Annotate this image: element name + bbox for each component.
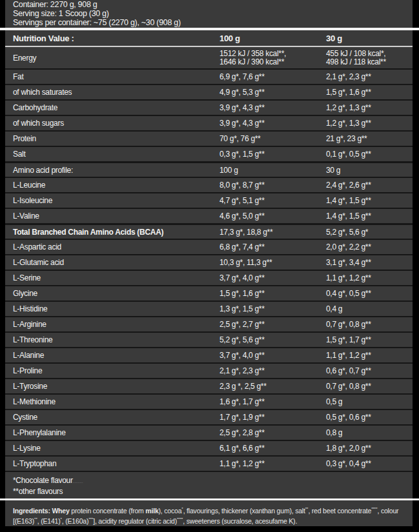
table-row: L-Methionine 1,6 g*, 1,7 g** 0,5 g	[5, 393, 413, 409]
row-label: L-Methionine	[5, 397, 220, 406]
row-label: L-Phenylalanine	[5, 428, 220, 437]
table-row: L-Leucine 8,0 g*, 8,7 g** 2,4 g*, 2,6 g*…	[5, 177, 413, 192]
row-value-30g: 1,4 g*, 1,5 g**	[326, 196, 413, 205]
table-row: Carbohydrate 3,9 g*, 4,3 g** 1,2 g*, 1,3…	[5, 99, 413, 115]
row-value-30g: 30 g	[326, 166, 413, 175]
row-value-30g: 1,2 g*, 1,3 g**	[326, 119, 413, 128]
table-row: L-Arginine 2,5 g*, 2,7 g** 0,7 g*, 0,8 g…	[5, 316, 413, 331]
table-row: L-Lysine 6,1 g*, 6,6 g** 1,8 g*, 2,0 g**	[5, 440, 413, 455]
row-value-30g: 0,5 g	[326, 397, 413, 406]
row-value-30g: 21 g*, 23 g**	[326, 134, 413, 143]
row-value-100g: 1512 kJ / 358 kcal**, 1646 kJ / 390 kcal…	[220, 50, 326, 66]
row-label: Protein	[5, 134, 220, 143]
ingredients-superscript: ****	[177, 517, 183, 521]
row-value-100g: 17,3 g*, 18,8 g**	[220, 228, 326, 237]
row-label: L-Valine	[5, 212, 220, 221]
row-label: L-Alanine	[5, 351, 220, 360]
table-row: L-Isoleucine 4,7 g*, 5,1 g** 1,4 g*, 1,5…	[5, 192, 413, 208]
row-value-30g: 5,2 g*, 5,6 g*	[326, 228, 413, 237]
row-value-100g: 4,6 g*, 5,0 g**	[220, 212, 326, 221]
row-value-100g: 70 g*, 76 g**	[220, 134, 326, 143]
row-label: L-Proline	[5, 366, 220, 375]
row-value-30g: 3,1 g*, 3,4 g**	[326, 258, 413, 267]
ingredients-text: , (E141)	[37, 517, 61, 524]
row-value-30g: 0,6 g*, 0,7 g**	[326, 366, 413, 375]
row-value-100g: 3,7 g*, 4,0 g**	[220, 273, 326, 282]
row-value-30g: 1,8 g*, 2,0 g**	[326, 444, 413, 453]
ingredients-text: ), cocoa	[159, 507, 182, 515]
ingredients-text: , (E160a)	[62, 517, 88, 524]
table-row: L-Valine 4,6 g*, 5,0 g** 1,4 g*, 1,5 g**	[5, 208, 413, 223]
row-value-100g: 3,9 g*, 4,3 g**	[220, 119, 326, 128]
table-row: L-Glutamic acid 10,3 g*, 11,3 g** 3,1 g*…	[5, 254, 413, 270]
table-header-col-100g: 100 g	[220, 34, 326, 43]
row-label: L-Tryptophan	[5, 459, 220, 468]
row-label: Glycine	[5, 289, 220, 298]
row-value-30g: 455 kJ / 108 kcal*, 498 kJ / 118 kcal**	[326, 50, 413, 66]
ingredients-label: Ingredients: Whey	[13, 507, 70, 515]
row-value-100g: 3,7 g*, 4,0 g**	[220, 351, 326, 360]
table-row: L-Serine 3,7 g*, 4,0 g** 1,1 g*, 1,2 g**	[5, 270, 413, 285]
product-info-header: Container: 2270 g, 908 g Serving size: 1…	[5, 0, 413, 28]
row-label: Energy	[5, 54, 220, 63]
table-row: Fat 6,9 g*, 7,6 g** 2,1 g*, 2,3 g**	[5, 68, 413, 84]
table-row: Cystine 1,7 g*, 1,9 g** 0,5 g*, 0,6 g**	[5, 409, 413, 424]
row-value-100g: 6,9 g*, 7,6 g**	[220, 72, 326, 81]
row-value-100g: 1,3 g*, 1,5 g**	[220, 304, 326, 313]
row-value-100g: 2,5 g*, 2,7 g**	[220, 320, 326, 329]
ingredients-text: protein concentrate (from	[70, 507, 146, 515]
table-row: Energy 1512 kJ / 358 kcal**, 1646 kJ / 3…	[5, 47, 413, 68]
table-row: Amino acid profile: 100 g 30 g	[5, 161, 413, 177]
row-label: L-Lysine	[5, 444, 220, 453]
table-header-title: Nutrition Value :	[5, 34, 220, 43]
servings-per-container-text: Servings per container: ~75 (2270 g), ~3…	[13, 18, 413, 27]
ingredients-milk: milk	[145, 507, 158, 515]
table-row: L-Alanine 3,7 g*, 4,0 g** 1,1 g*, 1,2 g*…	[5, 347, 413, 362]
ingredients-text: ], acidity regulator (citric acid)	[93, 517, 177, 524]
footnote-micro-note: ..........	[73, 480, 83, 484]
table-header-col-30g: 30 g	[326, 34, 413, 43]
row-label: L-Serine	[5, 273, 220, 282]
row-value-100g: 1,5 g*, 1,6 g**	[220, 289, 326, 298]
table-row: Glycine 1,5 g*, 1,6 g** 0,4 g*, 0,5 g**	[5, 285, 413, 300]
table-row: of which sugars 3,9 g*, 4,3 g** 1,2 g*, …	[5, 115, 413, 130]
row-value-100g: 100 g	[220, 166, 326, 175]
row-value-100g: 10,3 g*, 11,3 g**	[220, 258, 326, 267]
row-label: L-Aspartic acid	[5, 242, 220, 251]
row-value-30g: 1,5 g*, 1,7 g**	[326, 335, 413, 344]
row-label: L-Leucine	[5, 181, 220, 190]
row-value-30g: 0,7 g*, 0,8 g**	[326, 382, 413, 391]
row-value-100g: 4,9 g*, 5,3 g**	[220, 88, 326, 97]
table-row: L-Phenylalanine 2,5 g*, 2,8 g** 0,8 g	[5, 424, 413, 440]
row-label: Salt	[5, 150, 220, 159]
row-label: L-Glutamic acid	[5, 258, 220, 267]
row-value-30g: 0,1 g*, 0,5 g**	[326, 150, 413, 159]
row-value-30g: 1,2 g*, 1,3 g**	[326, 103, 413, 112]
row-label: Cystine	[5, 413, 220, 422]
row-value-30g: 1,4 g*, 1,5 g**	[326, 212, 413, 221]
row-label: L-Isoleucine	[5, 196, 220, 205]
table-row: L-Aspartic acid 6,8 g*, 7,4 g** 2,0 g*, …	[5, 239, 413, 254]
row-value-30g: 0,5 g*, 0,6 g**	[326, 413, 413, 422]
row-value-100g: 4,7 g*, 5,1 g**	[220, 196, 326, 205]
row-value-100g: 2,1 g*, 2,3 g**	[220, 366, 326, 375]
row-value-30g: 0,4 g*, 0,5 g**	[326, 289, 413, 298]
row-label: of which sugars	[5, 119, 220, 128]
row-value-100g: 1,6 g*, 1,7 g**	[220, 397, 326, 406]
row-value-100g: 2,3 g *, 2,5 g**	[220, 382, 326, 391]
table-header-row: Nutrition Value : 100 g 30 g	[5, 30, 413, 47]
table-row: of which saturates 4,9 g*, 5,3 g** 1,5 g…	[5, 84, 413, 99]
row-value-100g: 6,8 g*, 7,4 g**	[220, 242, 326, 251]
row-value-100g: 8,0 g*, 8,7 g**	[220, 181, 326, 190]
row-value-100g: 6,1 g*, 6,6 g**	[220, 444, 326, 453]
row-label: L-Histidine	[5, 304, 220, 313]
ingredients-section: Ingredients: Whey protein concentrate (f…	[5, 500, 413, 526]
row-value-30g: 2,1 g*, 2,3 g**	[326, 72, 413, 81]
table-row: Protein 70 g*, 76 g** 21 g*, 23 g**	[5, 130, 413, 146]
container-size-text: Container: 2270 g, 908 g	[13, 0, 413, 9]
row-value-30g: 1,5 g*, 1,6 g**	[326, 88, 413, 97]
table-row: L-Threonine 5,2 g*, 5,6 g** 1,5 g*, 1,7 …	[5, 331, 413, 347]
row-label: L-Tyrosine	[5, 382, 220, 391]
row-value-100g: 1,7 g*, 1,9 g**	[220, 413, 326, 422]
nutrition-table: Nutrition Value : 100 g 30 g Energy 1512…	[5, 30, 413, 498]
